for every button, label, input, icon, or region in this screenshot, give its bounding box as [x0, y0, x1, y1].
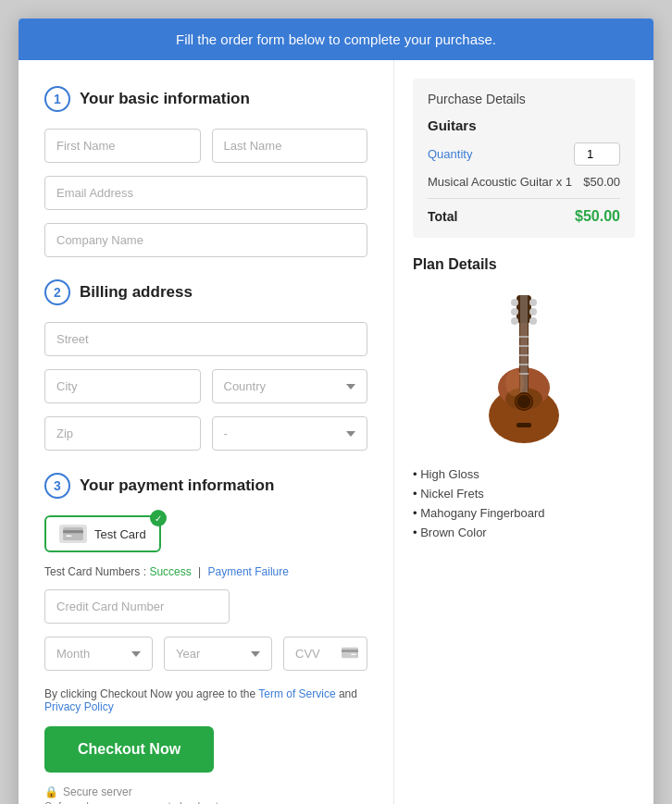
- expiry-cvv-row: Month 0102 0304 0506 0708 0910 1112 Year…: [44, 637, 367, 671]
- state-select[interactable]: - AL CA NY: [212, 416, 368, 451]
- secure-server-line: 🔒 Secure server: [44, 785, 367, 798]
- quantity-row: Quantity: [428, 142, 620, 166]
- first-name-input[interactable]: [44, 129, 201, 163]
- total-row: Total $50.00: [428, 198, 620, 225]
- svg-point-12: [529, 299, 537, 306]
- plan-details: Plan Details: [413, 256, 635, 539]
- item-label: Musical Acoustic Guitar x 1: [428, 175, 572, 189]
- cvv-wrapper: [283, 637, 367, 671]
- last-name-input[interactable]: [212, 129, 368, 163]
- section-billing-title: Billing address: [80, 283, 193, 302]
- top-banner: Fill the order form below to complete yo…: [19, 19, 653, 60]
- feature-item: Mahogany Fingerboard: [413, 506, 635, 520]
- tos-link[interactable]: Term of Service: [258, 687, 335, 700]
- test-card-note: Test Card Numbers : Success | Payment Fa…: [44, 565, 367, 578]
- product-title: Guitars: [428, 118, 620, 133]
- svg-rect-2: [66, 536, 71, 538]
- step-2-circle: 2: [44, 279, 70, 305]
- company-input[interactable]: [44, 223, 367, 257]
- quantity-label: Quantity: [428, 147, 472, 161]
- svg-rect-3: [342, 647, 358, 658]
- svg-point-13: [511, 308, 518, 315]
- guitar-svg: [468, 286, 579, 452]
- page-wrapper: Fill the order form below to complete yo…: [19, 19, 653, 804]
- email-input[interactable]: [44, 176, 367, 210]
- section-billing: 2 Billing address: [44, 279, 367, 305]
- failure-link[interactable]: Payment Failure: [208, 565, 289, 578]
- feature-item: Brown Color: [413, 526, 635, 539]
- zip-state-row: - AL CA NY: [44, 416, 367, 451]
- feature-item: High Gloss: [413, 467, 635, 481]
- total-amount: $50.00: [575, 208, 620, 225]
- svg-point-11: [511, 299, 518, 306]
- country-select[interactable]: Country United States United Kingdom Can…: [212, 369, 368, 403]
- zip-input[interactable]: [44, 416, 201, 451]
- svg-point-15: [511, 317, 518, 325]
- guitar-illustration: [413, 286, 635, 452]
- check-badge: ✓: [150, 510, 167, 526]
- plan-features: High Gloss Nickel Frets Mahogany Fingerb…: [413, 467, 635, 539]
- city-input[interactable]: [44, 369, 201, 403]
- secure-notice: 🔒 Secure server Safe and secure payment …: [44, 785, 367, 804]
- section-payment-title: Your payment information: [80, 476, 274, 495]
- step-1-circle: 1: [44, 86, 70, 112]
- total-label: Total: [428, 209, 457, 224]
- street-row: [44, 322, 367, 356]
- section-payment: 3 Your payment information: [44, 473, 367, 499]
- privacy-link[interactable]: Privacy Policy: [44, 700, 114, 713]
- svg-point-29: [505, 370, 524, 396]
- svg-rect-4: [342, 649, 358, 652]
- left-panel: 1 Your basic information 2 Billing addre…: [19, 60, 394, 804]
- city-country-row: Country United States United Kingdom Can…: [44, 369, 367, 403]
- svg-rect-28: [516, 423, 531, 427]
- banner-text: Fill the order form below to complete yo…: [176, 31, 496, 47]
- svg-rect-1: [63, 530, 83, 533]
- main-content: 1 Your basic information 2 Billing addre…: [19, 60, 653, 804]
- checkout-button[interactable]: Checkout Now: [44, 726, 214, 773]
- purchase-details-box: Purchase Details Guitars Quantity Musica…: [413, 79, 635, 238]
- name-row: [44, 129, 367, 163]
- feature-item: Nickel Frets: [413, 487, 635, 501]
- plan-details-title: Plan Details: [413, 256, 635, 273]
- right-panel: Purchase Details Guitars Quantity Musica…: [394, 60, 653, 804]
- svg-point-14: [529, 308, 537, 315]
- svg-rect-5: [351, 653, 355, 654]
- section-basic-info: 1 Your basic information: [44, 86, 367, 112]
- year-select[interactable]: Year 2024 2025 2026 2027 2028: [164, 637, 272, 671]
- card-number-row: [44, 589, 367, 624]
- lock-icon: 🔒: [44, 785, 58, 798]
- step-3-circle: 3: [44, 473, 70, 499]
- card-icon: [59, 525, 87, 543]
- street-input[interactable]: [44, 322, 367, 356]
- terms-text: By clicking Checkout Now you agree to th…: [44, 687, 367, 713]
- svg-rect-10: [516, 295, 531, 323]
- email-row: [44, 176, 367, 210]
- svg-point-16: [529, 317, 537, 325]
- cvv-card-icon: [342, 646, 358, 662]
- quantity-input[interactable]: [574, 142, 620, 166]
- secure-subtext: Safe and secure payment checkout.: [44, 800, 367, 804]
- section-basic-info-title: Your basic information: [80, 90, 250, 108]
- item-row: Musical Acoustic Guitar x 1 $50.00: [428, 175, 620, 189]
- card-option[interactable]: Test Card ✓: [44, 515, 161, 552]
- success-link[interactable]: Success: [149, 565, 191, 578]
- month-select[interactable]: Month 0102 0304 0506 0708 0910 1112: [44, 637, 153, 671]
- company-row: [44, 223, 367, 257]
- svg-rect-0: [63, 527, 83, 540]
- item-price: $50.00: [583, 175, 620, 189]
- card-number-input[interactable]: [44, 589, 230, 624]
- purchase-details-title: Purchase Details: [428, 92, 620, 106]
- card-label: Test Card: [94, 527, 146, 541]
